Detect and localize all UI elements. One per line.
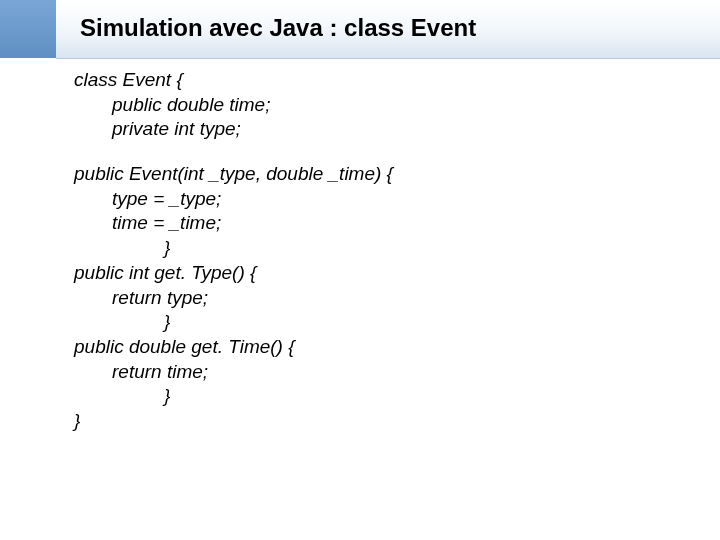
code-line: public Event(int _type, double _time) { — [74, 162, 680, 187]
code-line: public int get. Type() { — [74, 261, 680, 286]
blank-line — [74, 142, 680, 162]
header-accent-bar — [0, 0, 56, 58]
code-line: private int type; — [74, 117, 680, 142]
code-line: time = _time; — [74, 211, 680, 236]
code-line: public double time; — [74, 93, 680, 118]
code-line: return type; — [74, 286, 680, 311]
code-line: return time; — [74, 360, 680, 385]
code-line: class Event { — [74, 68, 680, 93]
code-line: type = _type; — [74, 187, 680, 212]
code-block: class Event { public double time; privat… — [74, 68, 680, 434]
code-line: public double get. Time() { — [74, 335, 680, 360]
code-line: } — [74, 236, 680, 261]
slide: Simulation avec Java : class Event class… — [0, 0, 720, 540]
code-line: } — [74, 384, 680, 409]
code-line: } — [74, 310, 680, 335]
code-line: } — [74, 409, 680, 434]
slide-title: Simulation avec Java : class Event — [80, 14, 476, 42]
